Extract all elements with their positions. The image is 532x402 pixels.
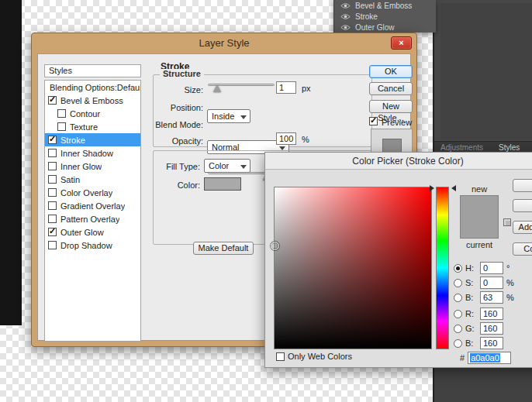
picker-color-libraries-button[interactable]: Color Libraries bbox=[513, 242, 532, 256]
checkbox[interactable] bbox=[48, 228, 57, 236]
hex-input[interactable]: a0a0a0 bbox=[468, 352, 511, 364]
h-unit: ° bbox=[506, 263, 510, 273]
style-item-satin[interactable]: Satin bbox=[45, 173, 140, 186]
checkbox[interactable] bbox=[48, 149, 57, 157]
brightness-field-row: B: 63 % bbox=[454, 291, 514, 304]
layer-style-titlebar[interactable]: Layer Style bbox=[32, 33, 416, 53]
style-item-gradient-overlay[interactable]: Gradient Overlay bbox=[45, 199, 140, 212]
hex-row: # a0a0a0 bbox=[460, 352, 511, 364]
checkbox[interactable] bbox=[48, 162, 57, 170]
checkbox[interactable] bbox=[57, 109, 66, 118]
style-item-bevel-emboss[interactable]: Bevel & Emboss bbox=[45, 94, 140, 107]
color-field-marker[interactable] bbox=[271, 242, 279, 250]
effect-label: Stroke bbox=[355, 12, 378, 21]
size-label: Size: bbox=[154, 85, 203, 94]
checkbox[interactable] bbox=[57, 122, 66, 131]
color-picker-titlebar[interactable]: Color Picker (Stroke Color) bbox=[265, 153, 532, 170]
only-web-colors-label: Only Web Colors bbox=[288, 352, 352, 361]
style-item-color-overlay[interactable]: Color Overlay bbox=[45, 186, 140, 199]
checkbox[interactable] bbox=[48, 241, 57, 249]
saturation-brightness-field[interactable] bbox=[274, 187, 432, 349]
position-label: Position: bbox=[154, 103, 203, 112]
red-field-row: R: 160 bbox=[454, 308, 506, 320]
photoshop-screen: Adjustments Styles Bevel & Emboss Stroke… bbox=[0, 0, 532, 402]
opacity-label: Opacity: bbox=[154, 136, 203, 146]
g-input[interactable]: 160 bbox=[480, 322, 503, 335]
picker-cancel-button[interactable]: Cancel bbox=[513, 199, 532, 212]
ok-button[interactable]: OK bbox=[369, 65, 413, 78]
opacity-value-input[interactable]: 100 bbox=[276, 132, 296, 145]
picker-add-swatches-button[interactable]: Add To Swatches bbox=[513, 221, 532, 234]
s-input[interactable]: 0 bbox=[480, 277, 503, 289]
effect-row-bevel[interactable]: Bevel & Emboss bbox=[334, 0, 436, 11]
new-style-button[interactable]: New Style... bbox=[369, 100, 413, 113]
cancel-button[interactable]: Cancel bbox=[369, 82, 413, 95]
style-item-contour[interactable]: Contour bbox=[45, 107, 140, 120]
hue-slider-arrow-right[interactable] bbox=[451, 185, 456, 191]
fill-type-label: Fill Type: bbox=[154, 162, 200, 171]
style-item-stroke[interactable]: Stroke bbox=[45, 133, 140, 146]
checkbox[interactable] bbox=[48, 188, 57, 197]
size-unit: px bbox=[302, 84, 311, 93]
make-default-button[interactable]: Make Default bbox=[193, 242, 254, 255]
checkbox[interactable] bbox=[48, 136, 57, 144]
size-slider[interactable] bbox=[208, 82, 275, 91]
size-value-input[interactable]: 1 bbox=[276, 81, 296, 94]
style-item-outer-glow[interactable]: Outer Glow bbox=[45, 225, 140, 239]
g-radio[interactable] bbox=[454, 325, 462, 333]
s-radio[interactable] bbox=[454, 279, 462, 287]
only-web-colors-row: Only Web Colors bbox=[276, 352, 352, 361]
style-item-texture[interactable]: Texture bbox=[45, 120, 140, 133]
h-radio[interactable] bbox=[454, 264, 462, 273]
fill-type-dropdown[interactable]: Color bbox=[204, 159, 250, 173]
preview-checkbox[interactable] bbox=[369, 117, 378, 125]
b-unit: % bbox=[506, 293, 514, 302]
style-item-pattern-overlay[interactable]: Pattern Overlay bbox=[45, 212, 140, 225]
r-radio[interactable] bbox=[454, 310, 462, 318]
checkbox[interactable] bbox=[48, 175, 57, 184]
close-icon: × bbox=[399, 38, 403, 47]
b-input[interactable]: 63 bbox=[480, 291, 503, 304]
new-current-swatch bbox=[460, 195, 499, 239]
style-item-inner-shadow[interactable]: Inner Shadow bbox=[45, 146, 140, 160]
b2-input[interactable]: 160 bbox=[480, 337, 503, 349]
hue-slider[interactable] bbox=[436, 187, 449, 349]
style-item-inner-glow[interactable]: Inner Glow bbox=[45, 160, 140, 173]
color-picker-dialog: Color Picker (Stroke Color) new current … bbox=[264, 152, 532, 368]
style-item-drop-shadow[interactable]: Drop Shadow bbox=[45, 239, 140, 252]
position-dropdown[interactable]: Inside bbox=[207, 109, 250, 123]
web-safe-cube-icon[interactable] bbox=[503, 218, 511, 226]
checkbox[interactable] bbox=[48, 96, 57, 105]
b-radio[interactable] bbox=[454, 294, 462, 302]
only-web-colors-checkbox[interactable] bbox=[276, 352, 285, 361]
green-field-row: G: 160 bbox=[454, 322, 506, 335]
styles-list-header: Styles bbox=[44, 64, 141, 77]
visibility-eye-icon[interactable] bbox=[340, 2, 351, 9]
stroke-color-swatch[interactable] bbox=[204, 177, 241, 191]
size-slider-thumb[interactable] bbox=[213, 85, 221, 92]
effect-row-stroke[interactable]: Stroke bbox=[334, 11, 436, 22]
tab-adjustments[interactable]: Adjustments bbox=[440, 143, 483, 152]
effect-row-outer-glow[interactable]: Outer Glow bbox=[334, 22, 436, 33]
tab-styles[interactable]: Styles bbox=[499, 143, 520, 152]
current-color-swatch[interactable] bbox=[461, 217, 498, 238]
blend-mode-label: Blend Mode: bbox=[154, 120, 203, 129]
close-button[interactable]: × bbox=[391, 36, 412, 50]
b2-radio[interactable] bbox=[454, 339, 462, 348]
structure-group: Structure Size: 1 px Position: Inside Bl… bbox=[153, 74, 372, 147]
picker-ok-button[interactable]: OK bbox=[513, 179, 532, 192]
hue-slider-arrow-left[interactable] bbox=[430, 185, 434, 191]
r-input[interactable]: 160 bbox=[480, 308, 503, 320]
h-input[interactable]: 0 bbox=[480, 262, 503, 274]
checkbox[interactable] bbox=[48, 215, 57, 223]
visibility-eye-icon[interactable] bbox=[340, 24, 351, 31]
s-unit: % bbox=[506, 278, 514, 287]
checkbox[interactable] bbox=[48, 201, 57, 210]
current-color-label: current bbox=[460, 240, 499, 249]
effect-label: Bevel & Emboss bbox=[355, 2, 412, 10]
structure-legend: Structure bbox=[160, 69, 204, 78]
style-item-blending-options[interactable]: Blending Options:Default bbox=[45, 81, 140, 94]
hue-field-row: H: 0 ° bbox=[454, 262, 510, 274]
visibility-eye-icon[interactable] bbox=[340, 13, 351, 20]
styles-list: Blending Options:Default Bevel & Emboss … bbox=[44, 80, 141, 342]
